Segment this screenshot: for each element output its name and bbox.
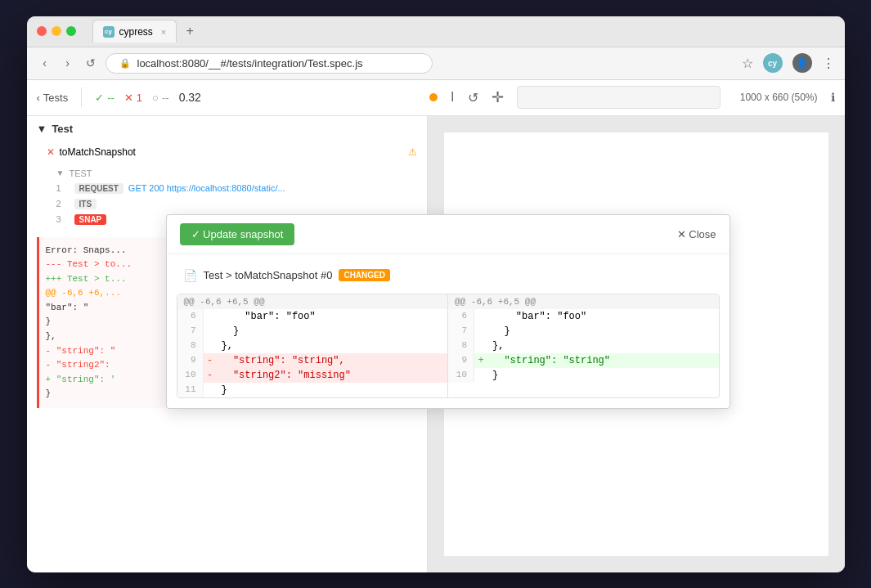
line-num: 6 xyxy=(177,309,204,324)
toolbar-divider xyxy=(81,88,82,107)
inspect-icon[interactable]: I xyxy=(451,90,454,105)
diff-code: }, xyxy=(487,339,719,353)
test-step: ▼ TEST xyxy=(27,166,427,181)
diff-code: }, xyxy=(217,339,448,353)
tests-label: Tests xyxy=(43,92,68,104)
fail-icon: ✕ xyxy=(47,146,55,158)
suite-name: Test xyxy=(52,123,73,135)
tab-close-button[interactable]: × xyxy=(161,27,166,37)
line-num: 7 xyxy=(448,324,474,339)
test-name: toMatchSnapshot xyxy=(60,146,136,158)
reload-test-icon[interactable]: ↺ xyxy=(468,90,478,105)
diff-container: @@ -6,6 +6,5 @@ 6 "bar": "foo" 7 } xyxy=(177,294,720,398)
x-icon: ✕ xyxy=(124,92,133,104)
forward-button[interactable]: › xyxy=(60,56,76,70)
modal-header: ✓ Update snapshot ✕ Close xyxy=(167,215,730,254)
address-bar: ‹ › ↺ 🔒 localhost:8080/__#/tests/integra… xyxy=(27,47,845,80)
traffic-lights xyxy=(37,26,76,36)
info-icon[interactable]: ℹ xyxy=(831,91,835,104)
diff-sign-plus: + xyxy=(474,353,487,368)
diff-code: "bar": "foo" xyxy=(217,309,448,324)
bookmark-icon[interactable]: ☆ xyxy=(742,56,753,71)
diff-sign-minus: - xyxy=(204,353,217,368)
close-modal-button[interactable]: ✕ Close xyxy=(677,228,716,240)
step-num-3: 3 xyxy=(56,214,70,224)
test-step-2[interactable]: 2 ITS xyxy=(27,196,427,212)
fail-count: 1 xyxy=(137,92,142,104)
diff-row-left-11: 11 } xyxy=(177,383,448,397)
diff-row-left-8: 8 }, xyxy=(177,339,448,353)
expand-icon: ▼ xyxy=(56,168,65,177)
diff-row-left-10: 10 - "string2": "missing" xyxy=(177,368,448,383)
diff-sign xyxy=(204,339,217,353)
diff-row-right-8: 8 }, xyxy=(448,339,719,353)
crosshair-icon[interactable]: ✛ xyxy=(492,88,504,106)
circle-icon: ○ xyxy=(152,92,159,104)
browser-menu-icon[interactable]: ⋮ xyxy=(822,56,835,71)
diff-sign-minus: - xyxy=(204,368,217,383)
minimize-window-button[interactable] xyxy=(52,26,61,36)
tab-label: cypress xyxy=(119,26,153,38)
diff-sign xyxy=(474,368,487,383)
diff-row-left-6: 6 "bar": "foo" xyxy=(177,309,448,324)
maximize-window-button[interactable] xyxy=(66,26,76,36)
test-item[interactable]: ✕ toMatchSnapshot ⚠ xyxy=(27,141,427,163)
close-window-button[interactable] xyxy=(37,26,47,36)
diff-sign xyxy=(204,309,217,324)
diff-code: } xyxy=(487,324,719,339)
address-bar-right: ☆ cy 👤 ⋮ xyxy=(742,53,835,73)
step-request-label: REQUEST xyxy=(74,183,123,194)
line-num: 8 xyxy=(177,339,204,353)
url-text: localhost:8080/__#/tests/integration/Tes… xyxy=(137,57,363,70)
diff-sign xyxy=(474,309,487,324)
step-num-2: 2 xyxy=(56,199,70,209)
status-dot xyxy=(429,93,438,101)
pass-stat: ✓ -- xyxy=(95,92,114,104)
diff-code: } xyxy=(217,324,448,339)
diff-sign xyxy=(204,383,217,397)
diff-code: } xyxy=(487,368,719,383)
test-stats: ✓ -- ✕ 1 ○ -- 0.32 xyxy=(95,91,201,104)
diff-code: } xyxy=(217,383,448,397)
update-snapshot-button[interactable]: ✓ Update snapshot xyxy=(180,223,295,245)
line-num: 9 xyxy=(448,353,474,368)
user-profile-icon[interactable]: 👤 xyxy=(792,53,812,73)
diff-row-right-7: 7 } xyxy=(448,324,719,339)
back-button[interactable]: ‹ xyxy=(37,56,53,70)
test-step-1[interactable]: 1 REQUEST GET 200 https://localhost:8080… xyxy=(27,181,427,196)
collapse-icon[interactable]: ▼ xyxy=(37,123,47,135)
diff-code: "bar": "foo" xyxy=(487,309,719,324)
chevron-left-icon: ‹ xyxy=(37,92,40,104)
warning-icon: ⚠ xyxy=(408,146,417,158)
diff-info-right: @@ -6,6 +6,5 @@ xyxy=(448,294,719,309)
tests-nav-button[interactable]: ‹ Tests xyxy=(37,92,69,104)
cypress-profile-icon[interactable]: cy xyxy=(763,53,783,73)
tab-favicon: cy xyxy=(103,26,114,38)
diff-info-left: @@ -6,6 +6,5 @@ xyxy=(177,294,448,309)
reload-button[interactable]: ↺ xyxy=(83,56,99,70)
pass-count: -- xyxy=(107,92,114,104)
url-bar[interactable] xyxy=(517,86,721,109)
pending-stat: ○ -- xyxy=(152,92,169,104)
diff-sign xyxy=(474,324,487,339)
suite-header: ▼ Test xyxy=(27,116,427,141)
line-num: 9 xyxy=(177,353,204,368)
line-num: 8 xyxy=(448,339,474,353)
title-bar: cy cypress × + xyxy=(27,16,845,47)
new-tab-button[interactable]: + xyxy=(180,21,200,41)
snapshot-modal: ✓ Update snapshot ✕ Close 📄 Test > toMat… xyxy=(166,214,730,409)
line-num: 10 xyxy=(448,368,474,383)
diff-title: Test > toMatchSnapshot #0 xyxy=(204,269,333,281)
active-tab[interactable]: cy cypress × xyxy=(92,20,177,43)
diff-code: "string2": "missing" xyxy=(217,368,448,383)
diff-sign xyxy=(204,324,217,339)
file-icon: 📄 xyxy=(183,269,197,282)
diff-right-pane: @@ -6,6 +6,5 @@ 6 "bar": "foo" 7 } xyxy=(448,294,719,397)
check-icon: ✓ xyxy=(95,92,104,104)
diff-header: 📄 Test > toMatchSnapshot #0 CHANGED xyxy=(177,264,720,287)
run-time: 0.32 xyxy=(179,91,201,104)
address-input[interactable]: 🔒 localhost:8080/__#/tests/integration/T… xyxy=(106,53,433,74)
tab-bar: cy cypress × + xyxy=(92,20,835,43)
diff-code: "string": "string" xyxy=(487,353,719,368)
diff-sign xyxy=(474,339,487,353)
